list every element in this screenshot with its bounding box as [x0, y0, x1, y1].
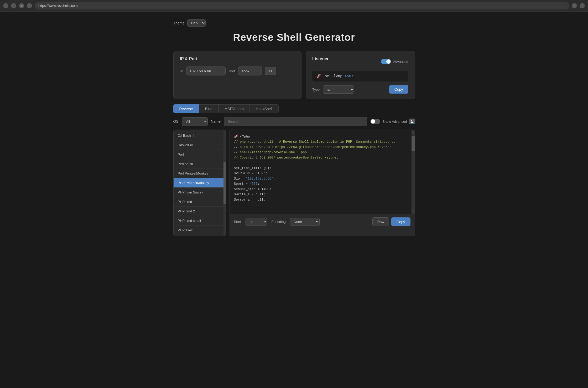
shell-footer-label: Shell — [234, 220, 242, 224]
ip-port-panel: IP & Port IP Port +1 — [173, 51, 302, 99]
shell-item-php-exec[interactable]: PHP exec — [174, 226, 226, 235]
shell-item-php-ivan[interactable]: PHP Ivan Sincek — [174, 188, 226, 197]
panels-row: IP & Port IP Port +1 Listener Advanced 🚀… — [173, 51, 415, 99]
shell-item-haskell[interactable]: Haskell #1 — [174, 140, 226, 150]
code-chunk: $chunk_size = 1400; — [234, 187, 272, 191]
code-comment-2: // slim it down. RE: https://raw.githubu… — [234, 145, 394, 149]
shell-list-inner: C# Bash -i Haskell #1 Perl Perl no sh Pe… — [174, 130, 226, 236]
shell-item-perl-pm[interactable]: Perl PentestMonkey — [174, 169, 226, 178]
listener-code-box: 🚀 nc -lvnp 4567 — [312, 71, 408, 81]
code-scroll-thumb[interactable] — [412, 136, 415, 151]
code-line-1: <?php — [240, 135, 250, 139]
rocket-code-icon: 🚀 — [234, 135, 238, 139]
code-error: $error_a = null; — [234, 198, 266, 202]
advanced-label: Advanced — [393, 60, 408, 64]
main-content: C# Bash -i Haskell #1 Perl Perl no sh Pe… — [173, 130, 415, 236]
os-select[interactable]: All Linux Windows Mac — [182, 117, 208, 126]
advanced-toggle-row: Advanced — [381, 59, 408, 64]
shell-item-php-cmd[interactable]: PHP cmd — [174, 197, 226, 207]
shell-item-php-cmd-small[interactable]: PHP cmd small — [174, 216, 226, 226]
listener-panel: Listener Advanced 🚀 nc -lvnp 4567 Type n… — [306, 51, 415, 99]
ip-label: IP — [180, 69, 183, 73]
advanced-toggle[interactable] — [381, 59, 391, 64]
back-button[interactable]: ← — [3, 3, 8, 8]
type-label: Type — [312, 88, 320, 91]
tab-hoaxshell[interactable]: HoaxShell — [250, 104, 279, 113]
port-label: Port — [229, 69, 235, 73]
os-label: OS — [173, 119, 179, 124]
shell-item-php-cmd2[interactable]: PHP cmd 2 — [174, 207, 226, 216]
listener-heading: Listener — [312, 57, 329, 61]
save-icon[interactable]: 💾 — [409, 119, 415, 124]
listener-copy-button[interactable]: Copy — [389, 85, 408, 94]
code-port-line: $port = 4567; — [234, 182, 260, 186]
code-version: $VERSION = "1.0"; — [234, 172, 268, 175]
footer-actions: Raw Copy — [372, 217, 410, 226]
show-advanced-toggle[interactable] — [370, 119, 380, 124]
code-ip-line: $ip = '192.168.6.66'; — [234, 177, 275, 181]
code-scroll-down[interactable]: ▼ — [412, 209, 415, 214]
code-scroll-up[interactable]: ▲ — [412, 130, 415, 135]
search-input[interactable] — [224, 117, 367, 126]
port-input[interactable] — [238, 67, 262, 75]
listener-nc-command: nc -lvnp — [325, 74, 345, 78]
show-advanced-row: Show Advanced 💾 — [370, 119, 415, 124]
code-set-time: set_time_limit (0); — [234, 166, 272, 170]
tab-msfvenom[interactable]: MSFVenom — [218, 104, 250, 113]
encoding-label: Encoding — [271, 220, 285, 224]
menu-button[interactable]: ⋮ — [580, 3, 585, 8]
list-scrollbar-thumb[interactable] — [223, 162, 226, 204]
listener-port: 4567 — [345, 74, 353, 78]
home-button[interactable]: ⌂ — [27, 3, 32, 8]
forward-button[interactable]: → — [11, 3, 16, 8]
name-label: Name — [211, 119, 221, 124]
code-footer: Shell sh bash zsh python Encoding None U… — [230, 214, 415, 229]
rocket-icon: 🚀 — [316, 74, 321, 78]
code-comment-3: // shell/master/php-reverse-shell.php — [234, 151, 307, 154]
port-increment-button[interactable]: +1 — [265, 67, 276, 75]
shell-item-php-pm[interactable]: PHP PentestMonkey — [174, 178, 226, 188]
theme-select[interactable]: Dark — [187, 19, 206, 27]
shell-item-perl-no-sh[interactable]: Perl no sh — [174, 159, 226, 169]
theme-row: Theme Dark — [173, 19, 415, 27]
code-content: 🚀 <?php // php-reverse-shell - A Reverse… — [230, 130, 415, 214]
address-bar[interactable] — [35, 2, 569, 9]
theme-label: Theme — [173, 21, 185, 25]
page-title: Reverse Shell Generator — [173, 32, 415, 43]
code-copy-button[interactable]: Copy — [391, 217, 410, 226]
refresh-button[interactable]: ↻ — [19, 3, 24, 8]
filter-row: OS All Linux Windows Mac Name Show Advan… — [173, 117, 415, 126]
code-panel: 🚀 <?php // php-reverse-shell - A Reverse… — [230, 130, 415, 236]
shell-select[interactable]: sh bash zsh python — [246, 218, 267, 226]
ip-input[interactable] — [186, 67, 226, 75]
code-write: $write_a = null; — [234, 193, 266, 196]
shell-list: C# Bash -i Haskell #1 Perl Perl no sh Pe… — [173, 130, 226, 236]
shell-item-c-bash[interactable]: C# Bash -i — [174, 131, 226, 140]
shell-item-perl[interactable]: Perl — [174, 150, 226, 159]
code-comment-1: // php-reverse-shell - A Reverse Shell i… — [234, 140, 396, 144]
tab-reverse[interactable]: Reverse — [173, 104, 199, 113]
raw-button[interactable]: Raw — [372, 217, 389, 226]
browser-bar: ← → ↻ ⌂ ☆ ⋮ — [0, 0, 588, 12]
code-comment-4: // Copyright (C) 2007 pentestmonkey@pent… — [234, 156, 339, 160]
tabs-row: Reverse Bind MSFVenom HoaxShell — [173, 104, 415, 113]
list-scrollbar-track — [223, 130, 226, 236]
bookmark-button[interactable]: ☆ — [572, 3, 577, 8]
listener-type-select[interactable]: nc ncat socat — [323, 85, 354, 94]
tab-bind[interactable]: Bind — [199, 104, 218, 113]
encoding-select[interactable]: None URL Base64 Double URL — [290, 218, 320, 226]
show-advanced-label: Show Advanced — [382, 120, 407, 124]
ip-port-heading: IP & Port — [180, 57, 295, 61]
